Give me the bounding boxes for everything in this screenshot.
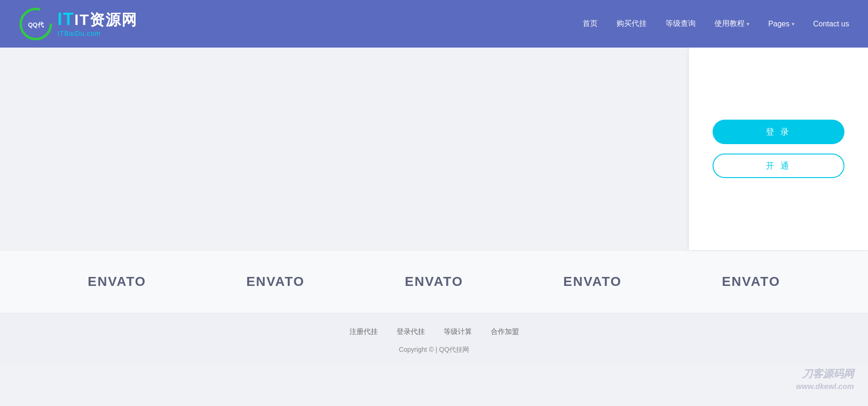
brand-5: ENVATO [722,274,780,289]
brands-section: ENVATO ENVATO ENVATO ENVATO ENVATO [0,250,868,313]
nav-contact[interactable]: Contact us [813,20,849,28]
brand-2: ENVATO [246,274,305,289]
nav-pages[interactable]: Pages ▾ [768,20,794,28]
logo-title: ITIT资源网 [57,11,138,28]
logo-subtitle: ITBaiDu.com [57,30,138,37]
right-panel: 登 录 开 通 [689,48,868,250]
footer-links: 注册代挂 登录代挂 等级计算 合作加盟 [0,327,868,336]
open-button[interactable]: 开 通 [713,154,844,178]
main-nav: 首页 购买代挂 等级查询 使用教程 ▾ Pages ▾ Contact us [583,19,849,29]
footer-link-level[interactable]: 等级计算 [444,327,472,336]
logo-text-block: ITIT资源网 ITBaiDu.com [57,11,138,37]
nav-buy[interactable]: 购买代挂 [617,19,647,29]
brand-3: ENVATO [405,274,463,289]
nav-home[interactable]: 首页 [583,19,598,29]
footer-link-partner[interactable]: 合作加盟 [491,327,519,336]
svg-text:QQ代: QQ代 [28,21,44,28]
footer-copyright: Copyright © | QQ代挂网 [0,346,868,354]
logo-area: QQ代 ITIT资源网 ITBaiDu.com [19,7,138,41]
login-button[interactable]: 登 录 [713,120,844,144]
left-content [0,48,689,250]
main-wrapper: 登 录 开 通 [0,48,868,250]
brand-1: ENVATO [88,274,146,289]
footer-link-register[interactable]: 注册代挂 [349,327,378,336]
header: QQ代 ITIT资源网 ITBaiDu.com 首页 购买代挂 等级查询 使用教… [0,0,868,48]
nav-level[interactable]: 等级查询 [665,19,696,29]
footer-link-login[interactable]: 登录代挂 [397,327,425,336]
chevron-down-icon: ▾ [746,21,749,27]
logo-icon: QQ代 [19,7,53,41]
nav-tutorial[interactable]: 使用教程 ▾ [714,19,749,29]
brand-4: ENVATO [563,274,622,289]
footer: 注册代挂 登录代挂 等级计算 合作加盟 Copyright © | QQ代挂网 [0,313,868,364]
chevron-down-icon: ▾ [792,21,795,27]
